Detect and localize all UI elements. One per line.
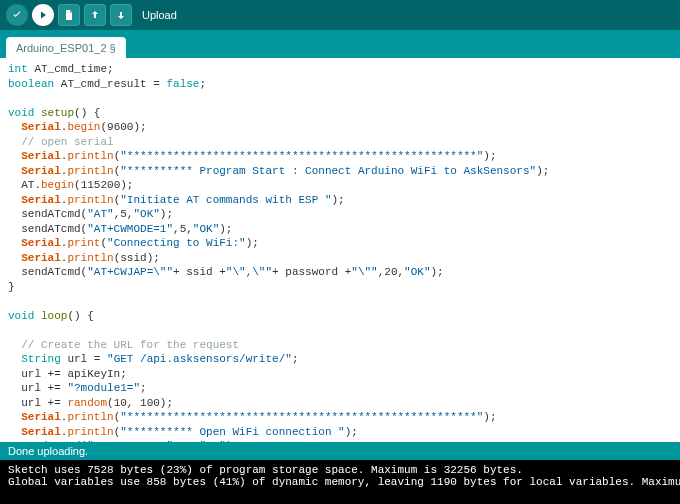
- code-line: Serial.println("********** Program Start…: [8, 164, 672, 179]
- console-output: Sketch uses 7528 bytes (23%) of program …: [0, 460, 680, 504]
- code-line: Serial.print("Connecting to WiFi:");: [8, 236, 672, 251]
- tab-bar: Arduino_ESP01_2 §: [0, 32, 680, 58]
- code-line: [8, 91, 672, 106]
- arrow-down-icon: [115, 9, 127, 21]
- open-button[interactable]: [84, 4, 106, 26]
- code-line: AT.begin(115200);: [8, 178, 672, 193]
- code-line: Serial.println("********** Open WiFi con…: [8, 425, 672, 440]
- code-line: [8, 294, 672, 309]
- new-sketch-button[interactable]: [58, 4, 80, 26]
- arrow-right-icon: [37, 9, 49, 21]
- code-line: url += random(10, 100);: [8, 396, 672, 411]
- code-line: Serial.println(ssid);: [8, 251, 672, 266]
- code-editor[interactable]: int AT_cmd_time;boolean AT_cmd_result = …: [0, 58, 680, 442]
- tab-sketch[interactable]: Arduino_ESP01_2 §: [6, 37, 126, 58]
- code-line: sendATcmd("AT+CWMODE=1",5,"OK");: [8, 222, 672, 237]
- code-line: Serial.println("Initiate AT commands wit…: [8, 193, 672, 208]
- toolbar-hint: Upload: [142, 9, 177, 21]
- code-line: }: [8, 280, 672, 295]
- verify-button[interactable]: [6, 4, 28, 26]
- console-line: Sketch uses 7528 bytes (23%) of program …: [8, 464, 672, 476]
- status-text: Done uploading.: [8, 445, 88, 457]
- code-line: void loop() {: [8, 309, 672, 324]
- code-line: String url = "GET /api.asksensors/write/…: [8, 352, 672, 367]
- code-line: Serial.println("************************…: [8, 410, 672, 425]
- code-line: url += apiKeyIn;: [8, 367, 672, 382]
- code-line: url += "?module1=";: [8, 381, 672, 396]
- toolbar: Upload: [0, 0, 680, 32]
- console-line: Global variables use 858 bytes (41%) of …: [8, 476, 672, 488]
- code-line: boolean AT_cmd_result = false;: [8, 77, 672, 92]
- code-line: [8, 323, 672, 338]
- arrow-up-icon: [89, 9, 101, 21]
- code-line: void setup() {: [8, 106, 672, 121]
- file-icon: [63, 9, 75, 21]
- code-line: int AT_cmd_time;: [8, 62, 672, 77]
- code-line: sendATcmd("AT",5,"OK");: [8, 207, 672, 222]
- tab-label: Arduino_ESP01_2 §: [16, 42, 116, 54]
- upload-button[interactable]: [32, 4, 54, 26]
- code-line: // Create the URL for the request: [8, 338, 672, 353]
- code-line: sendATcmd("AT+CWJAP=\""+ ssid +"\",\""+ …: [8, 265, 672, 280]
- check-icon: [11, 9, 23, 21]
- code-line: // open serial: [8, 135, 672, 150]
- code-line: Serial.begin(9600);: [8, 120, 672, 135]
- status-bar: Done uploading.: [0, 442, 680, 460]
- save-button[interactable]: [110, 4, 132, 26]
- code-line: Serial.println("************************…: [8, 149, 672, 164]
